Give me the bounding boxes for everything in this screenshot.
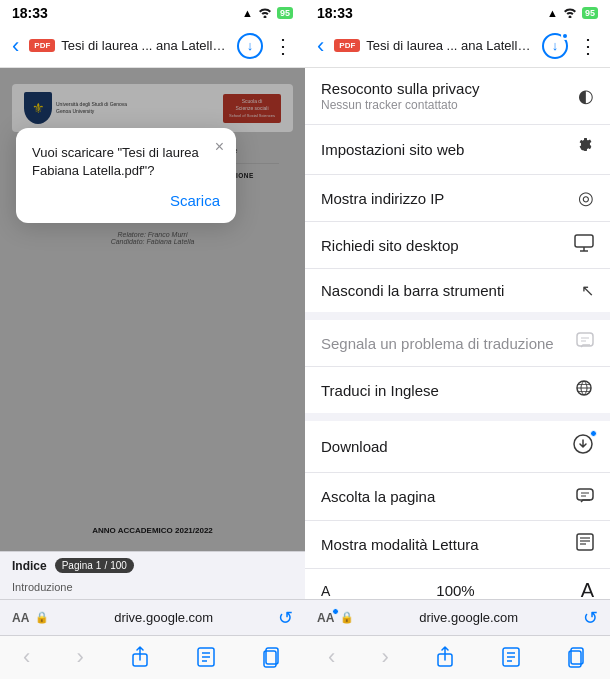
- back-button-left[interactable]: ‹: [8, 31, 23, 61]
- svg-rect-18: [577, 489, 593, 500]
- url-left[interactable]: drive.google.com: [55, 610, 272, 625]
- page-sep: /: [104, 560, 107, 571]
- menu-sublabel-privacy: Nessun tracker contattato: [321, 98, 479, 112]
- menu-label-reader-mode: Mostra modalità Lettura: [321, 536, 479, 553]
- tab-title-right: Tesi di laurea ... ana Latella.pdf: [366, 38, 536, 53]
- menu-label-listen: Ascolta la pagina: [321, 488, 435, 505]
- menu-item-hide-toolbar[interactable]: Nascondi la barra strumenti ↖: [305, 269, 610, 312]
- translate-icon: [574, 379, 594, 401]
- menu-item-reader-mode[interactable]: Mostra modalità Lettura: [305, 521, 610, 568]
- nav-back-left[interactable]: ‹: [15, 642, 38, 672]
- tab-title-left: Tesi di laurea ... ana Latella.pdf: [61, 38, 231, 53]
- time-left: 18:33: [12, 5, 48, 21]
- bottom-nav-left: ‹ ›: [0, 635, 305, 679]
- menu-label-download: Download: [321, 438, 388, 455]
- dialog-close-button[interactable]: ×: [215, 138, 224, 156]
- menu-label-request-desktop: Richiedi sito desktop: [321, 237, 459, 254]
- nav-forward-right[interactable]: ›: [373, 642, 396, 672]
- lock-icon-right: 🔒: [340, 611, 354, 624]
- font-large-label[interactable]: A: [581, 579, 594, 599]
- introduzione-row: Introduzione: [0, 575, 305, 599]
- menu-item-download[interactable]: Download: [305, 421, 610, 473]
- nav-back-right[interactable]: ‹: [320, 642, 343, 672]
- address-bar-left: AA 🔒 drive.google.com ↺: [0, 599, 305, 635]
- menu-item-show-ip[interactable]: Mostra indirizzo IP ◎: [305, 175, 610, 222]
- reader-mode-icon: [576, 533, 594, 556]
- nav-bookmarks-right[interactable]: [493, 644, 529, 670]
- translation-icon: [576, 332, 594, 354]
- font-size-label-left[interactable]: AA: [12, 611, 29, 625]
- page-current: 1: [96, 560, 102, 571]
- dialog-actions: Scarica: [32, 190, 220, 211]
- font-size-label-right[interactable]: AA: [317, 611, 334, 625]
- signal-icon-right: ▲: [547, 7, 558, 19]
- download-button-left[interactable]: ↓: [237, 33, 263, 59]
- menu-item-privacy[interactable]: Resoconto sulla privacy Nessun tracker c…: [305, 68, 610, 125]
- download-dialog: × Vuoi scaricare "Tesi di laurea Fabiana…: [16, 128, 236, 223]
- dialog-confirm-button[interactable]: Scarica: [170, 190, 220, 211]
- menu-label-hide-toolbar: Nascondi la barra strumenti: [321, 282, 504, 299]
- listen-icon: [576, 485, 594, 508]
- browser-bar-left: ‹ PDF Tesi di laurea ... ana Latella.pdf…: [0, 24, 305, 68]
- download-dot: [561, 32, 569, 40]
- left-panel: 18:33 ▲ 95 ‹ PDF Tesi di laurea ... ana …: [0, 0, 305, 679]
- page-total: 100: [110, 560, 127, 571]
- nav-tabs-right[interactable]: [559, 644, 595, 670]
- battery-badge-right: 95: [582, 7, 598, 19]
- download-menu-icon: [572, 433, 594, 460]
- nav-tabs-left[interactable]: [254, 644, 290, 670]
- menu-divider-2: [305, 413, 610, 421]
- menu-list-2: Segnala un problema di traduzione Traduc…: [305, 320, 610, 413]
- status-bar-left: 18:33 ▲ 95: [0, 0, 305, 24]
- pdf-content-left: Università degli Studi di GenovaGenoa Un…: [0, 68, 305, 551]
- font-size-bar: A 100% A: [305, 568, 610, 599]
- menu-item-translation-problem[interactable]: Segnala un problema di traduzione: [305, 320, 610, 367]
- menu-label-translate: Traduci in Inglese: [321, 382, 439, 399]
- nav-share-right[interactable]: [427, 644, 463, 670]
- ip-icon: ◎: [578, 187, 594, 209]
- dialog-text: Vuoi scaricare "Tesi di laurea Fabiana L…: [32, 144, 220, 180]
- status-icons-right: ▲ 95: [547, 6, 598, 20]
- nav-bookmarks-left[interactable]: [188, 644, 224, 670]
- menu-list: Resoconto sulla privacy Nessun tracker c…: [305, 68, 610, 312]
- font-small-label[interactable]: A: [321, 583, 330, 599]
- status-bar-right: 18:33 ▲ 95: [305, 0, 610, 24]
- nav-forward-left[interactable]: ›: [68, 642, 91, 672]
- font-percent-label: 100%: [330, 582, 580, 599]
- dialog-overlay: × Vuoi scaricare "Tesi di laurea Fabiana…: [0, 68, 305, 551]
- menu-label-translation-problem: Segnala un problema di traduzione: [321, 335, 554, 352]
- download-menu-dot: [590, 430, 597, 437]
- introduzione-text: Introduzione: [12, 581, 73, 593]
- page-indicator: Pagina 1 / 100: [55, 558, 134, 573]
- status-icons-left: ▲ 95: [242, 6, 293, 20]
- more-button-left[interactable]: ⋮: [269, 32, 297, 60]
- battery-badge-left: 95: [277, 7, 293, 19]
- menu-label-site-settings: Impostazioni sito web: [321, 141, 464, 158]
- desktop-icon: [574, 234, 594, 256]
- pdf-badge-left: PDF: [29, 39, 55, 52]
- bottom-nav-right: ‹ ›: [305, 635, 610, 679]
- settings-icon: [574, 137, 594, 162]
- lock-icon-left: 🔒: [35, 611, 49, 624]
- menu-item-translate[interactable]: Traduci in Inglese: [305, 367, 610, 413]
- indice-label: Indice: [12, 559, 47, 573]
- privacy-icon: ◐: [578, 85, 594, 107]
- page-label: Pagina: [62, 560, 93, 571]
- nav-share-left[interactable]: [122, 644, 158, 670]
- wifi-icon-right: [562, 6, 578, 20]
- time-right: 18:33: [317, 5, 353, 21]
- menu-item-site-settings[interactable]: Impostazioni sito web: [305, 125, 610, 175]
- wifi-icon-left: [257, 6, 273, 20]
- more-button-right[interactable]: ⋮: [574, 32, 602, 60]
- back-button-right[interactable]: ‹: [313, 31, 328, 61]
- indice-bar: Indice Pagina 1 / 100: [0, 551, 305, 575]
- menu-item-listen[interactable]: Ascolta la pagina: [305, 473, 610, 521]
- right-panel: 18:33 ▲ 95 ‹ PDF Tesi di laurea ... ana …: [305, 0, 610, 679]
- reload-button-right[interactable]: ↺: [583, 607, 598, 629]
- menu-item-request-desktop[interactable]: Richiedi sito desktop: [305, 222, 610, 269]
- menu-label-show-ip: Mostra indirizzo IP: [321, 190, 444, 207]
- reload-button-left[interactable]: ↺: [278, 607, 293, 629]
- download-button-right[interactable]: ↓: [542, 33, 568, 59]
- address-bar-right: AA 🔒 drive.google.com ↺: [305, 599, 610, 635]
- url-right[interactable]: drive.google.com: [360, 610, 577, 625]
